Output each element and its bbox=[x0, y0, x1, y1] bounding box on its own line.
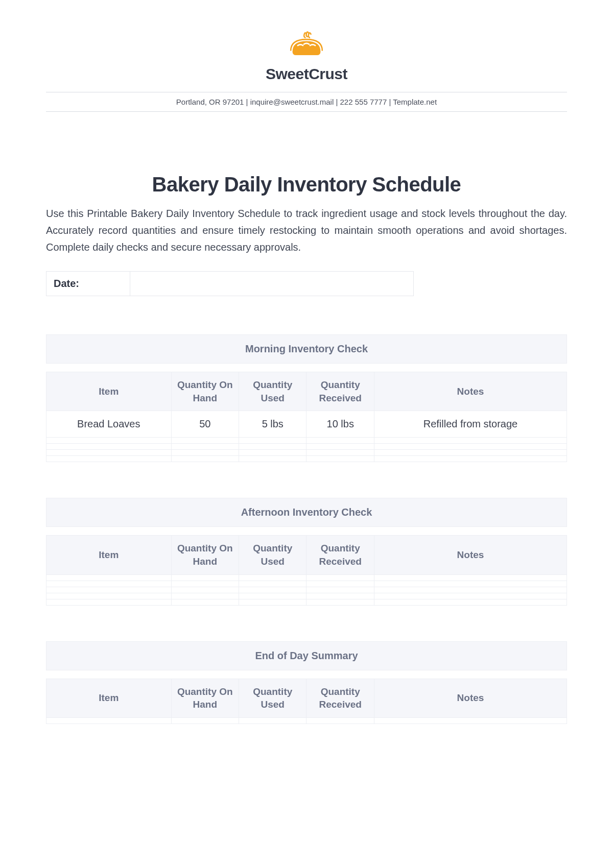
section-title-morning: Morning Inventory Check bbox=[46, 334, 567, 364]
col-item: Item bbox=[46, 536, 172, 574]
table-row bbox=[46, 456, 567, 462]
intro-paragraph: Use this Printable Bakery Daily Inventor… bbox=[46, 205, 567, 256]
table-row: Bread Loaves 50 5 lbs 10 lbs Refilled fr… bbox=[46, 411, 567, 438]
col-on-hand: Quantity On Hand bbox=[171, 372, 239, 411]
header: SweetCrust Portland, OR 97201 | inquire@… bbox=[46, 31, 567, 112]
contact-line: Portland, OR 97201 | inquire@sweetcrust.… bbox=[46, 98, 567, 106]
divider bbox=[46, 92, 567, 92]
col-on-hand: Quantity On Hand bbox=[171, 536, 239, 574]
col-on-hand: Quantity On Hand bbox=[171, 679, 239, 717]
cell-item[interactable]: Bread Loaves bbox=[46, 411, 172, 438]
cell-notes[interactable]: Refilled from storage bbox=[374, 411, 567, 438]
brand-logo: SweetCrust bbox=[266, 31, 347, 83]
table-row bbox=[46, 438, 567, 444]
table-row bbox=[46, 581, 567, 587]
morning-table: Item Quantity On Hand Quantity Used Quan… bbox=[46, 372, 567, 462]
table-row bbox=[46, 450, 567, 456]
col-used: Quantity Used bbox=[239, 679, 306, 717]
eod-table: Item Quantity On Hand Quantity Used Quan… bbox=[46, 679, 567, 724]
cell-on-hand[interactable]: 50 bbox=[171, 411, 239, 438]
col-item: Item bbox=[46, 679, 172, 717]
page-title: Bakery Daily Inventory Schedule bbox=[46, 173, 567, 196]
section-title-afternoon: Afternoon Inventory Check bbox=[46, 498, 567, 527]
col-used: Quantity Used bbox=[239, 536, 306, 574]
table-row bbox=[46, 593, 567, 599]
table-row bbox=[46, 587, 567, 593]
bread-icon bbox=[284, 31, 329, 61]
section-title-eod: End of Day Summary bbox=[46, 641, 567, 670]
table-row bbox=[46, 717, 567, 724]
divider bbox=[46, 111, 567, 112]
col-notes: Notes bbox=[374, 536, 567, 574]
date-input[interactable] bbox=[130, 271, 414, 296]
col-notes: Notes bbox=[374, 372, 567, 411]
date-field-row: Date: bbox=[46, 271, 414, 296]
col-received: Quantity Received bbox=[306, 372, 374, 411]
col-notes: Notes bbox=[374, 679, 567, 717]
table-row bbox=[46, 444, 567, 450]
date-label: Date: bbox=[46, 271, 130, 296]
table-row bbox=[46, 599, 567, 605]
table-row bbox=[46, 574, 567, 581]
col-used: Quantity Used bbox=[239, 372, 306, 411]
col-item: Item bbox=[46, 372, 172, 411]
col-received: Quantity Received bbox=[306, 536, 374, 574]
brand-name: SweetCrust bbox=[266, 65, 347, 83]
cell-received[interactable]: 10 lbs bbox=[306, 411, 374, 438]
afternoon-table: Item Quantity On Hand Quantity Used Quan… bbox=[46, 535, 567, 605]
col-received: Quantity Received bbox=[306, 679, 374, 717]
cell-used[interactable]: 5 lbs bbox=[239, 411, 306, 438]
